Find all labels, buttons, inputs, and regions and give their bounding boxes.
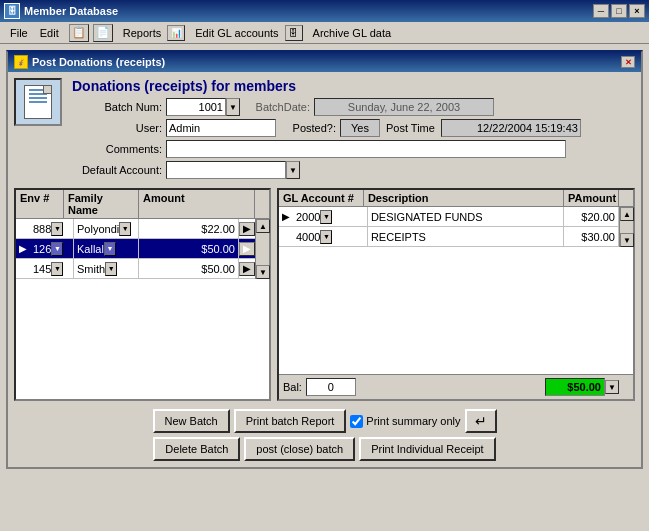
tables-section: Env # Family Name Amount 888 ▼ xyxy=(14,188,635,401)
family-cell-1: Polyondi ▼ xyxy=(74,219,139,238)
dialog-title-text: Post Donations (receipts) xyxy=(32,56,165,68)
left-table-header: Env # Family Name Amount xyxy=(16,190,269,219)
table-row[interactable]: ▶ 2000 ▼ DESIGNATED FUNDS $20.00 xyxy=(279,207,633,227)
batch-num-combo: ▼ xyxy=(166,98,240,116)
nav-btn-2[interactable]: ▶ xyxy=(239,242,255,256)
balance-scroll-btn[interactable]: ▼ xyxy=(605,380,619,394)
right-table-header: GL Account # Description PAmount xyxy=(279,190,633,207)
table-row[interactable]: 145 ▼ Smith ▼ $50.00 ▶ xyxy=(16,259,269,279)
dialog-title-bar: 💰 Post Donations (receipts) ✕ xyxy=(8,52,641,72)
right-table-scrollbar[interactable]: ▲ ▼ xyxy=(619,207,633,247)
print-individual-receipt-button[interactable]: Print Individual Receipt xyxy=(359,437,496,461)
right-table-panel: GL Account # Description PAmount ▶ 2000 … xyxy=(277,188,635,401)
default-account-label: Default Account: xyxy=(72,164,162,176)
right-table-rows: ▶ 2000 ▼ DESIGNATED FUNDS $20.00 xyxy=(279,207,633,247)
table-row[interactable]: 888 ▼ Polyondi ▼ $22.00 ▶ xyxy=(16,219,269,239)
left-table-empty xyxy=(16,279,269,399)
comments-input[interactable] xyxy=(166,140,566,158)
post-close-batch-button[interactable]: post (close) batch xyxy=(244,437,355,461)
close-app-button[interactable]: × xyxy=(629,4,645,18)
toolbar-icons: 📋 📄 xyxy=(69,24,113,42)
table-row[interactable]: ▶ 126 ▼ Kallal ▼ $50.00 xyxy=(16,239,269,259)
env-cell-1: 888 ▼ xyxy=(30,219,74,238)
env-dropdown-1[interactable]: ▼ xyxy=(51,222,63,236)
bottom-buttons: New Batch Print batch Report Print summa… xyxy=(14,409,635,461)
amount-col-header: Amount xyxy=(139,190,255,218)
default-account-row: Default Account: ▼ xyxy=(72,161,635,179)
left-table-panel: Env # Family Name Amount 888 ▼ xyxy=(14,188,271,401)
pamount-col-header: PAmount xyxy=(564,190,619,206)
amount-cell-1: $22.00 xyxy=(139,219,239,238)
env-cell-3: 145 ▼ xyxy=(30,259,74,278)
gl-cell-2: 4000 ▼ xyxy=(293,227,368,246)
edit-gl-icon: 📊 xyxy=(167,25,185,41)
family-dropdown-1[interactable]: ▼ xyxy=(119,222,131,236)
post-time-label: Post Time xyxy=(386,122,435,134)
menu-file[interactable]: File xyxy=(4,25,34,41)
menu-reports[interactable]: Reports xyxy=(117,25,168,41)
table-row[interactable]: 4000 ▼ RECEIPTS $30.00 xyxy=(279,227,633,247)
family-dropdown-2[interactable]: ▼ xyxy=(104,242,116,256)
default-account-combo: ▼ xyxy=(166,161,300,179)
balance-input[interactable] xyxy=(306,378,356,396)
env-dropdown-2[interactable]: ▼ xyxy=(51,242,63,256)
right-scroll-up-btn[interactable]: ▲ xyxy=(620,207,634,221)
amount-cell-3: $50.00 xyxy=(139,259,239,278)
gl-col-header: GL Account # xyxy=(279,190,364,206)
dialog-header-title: Donations (receipts) for members xyxy=(72,78,635,94)
app-title: Member Database xyxy=(24,5,593,17)
right-table-empty xyxy=(279,247,633,374)
menu-bar: File Edit 📋 📄 Reports 📊 Edit GL accounts… xyxy=(0,22,649,44)
left-table-scroll: 888 ▼ Polyondi ▼ $22.00 ▶ xyxy=(16,219,269,279)
minimize-button[interactable]: ─ xyxy=(593,4,609,18)
amount-cell-2: $50.00 xyxy=(139,239,239,258)
gl-cell-1: 2000 ▼ xyxy=(293,207,368,226)
title-bar: 🗄 Member Database ─ □ × xyxy=(0,0,649,22)
balance-label: Bal: xyxy=(283,381,302,393)
nav-btn-3[interactable]: ▶ xyxy=(239,262,255,276)
batch-date-input xyxy=(314,98,494,116)
desc-cell-1: DESIGNATED FUNDS xyxy=(368,207,564,226)
user-label: User: xyxy=(72,122,162,134)
dialog-body: Donations (receipts) for members Batch N… xyxy=(8,72,641,467)
post-time-input xyxy=(441,119,581,137)
user-input[interactable] xyxy=(166,119,276,137)
menu-edit[interactable]: Edit xyxy=(34,25,65,41)
right-scroll-track xyxy=(620,221,633,233)
print-batch-report-button[interactable]: Print batch Report xyxy=(234,409,347,433)
batch-num-input[interactable] xyxy=(166,98,226,116)
dialog-close-button[interactable]: ✕ xyxy=(621,56,635,68)
delete-batch-button[interactable]: Delete Batch xyxy=(153,437,240,461)
pamount-cell-2: $30.00 xyxy=(564,227,619,246)
donations-icon xyxy=(14,78,62,126)
default-account-input[interactable] xyxy=(166,161,286,179)
default-account-dropdown[interactable]: ▼ xyxy=(286,161,300,179)
toolbar-copy-icon[interactable]: 📋 xyxy=(69,24,89,42)
posted-input xyxy=(340,119,380,137)
gl-dropdown-1[interactable]: ▼ xyxy=(320,210,332,224)
env-col-header: Env # xyxy=(16,190,64,218)
gl-row-arrow-1: ▶ xyxy=(279,211,293,222)
menu-archive-gl[interactable]: Archive GL data xyxy=(307,25,397,41)
scroll-down-btn[interactable]: ▼ xyxy=(256,265,270,279)
btn-row-2: Delete Batch post (close) batch Print In… xyxy=(14,437,635,461)
right-scroll-down-btn[interactable]: ▼ xyxy=(620,233,634,247)
print-summary-checkbox[interactable] xyxy=(350,415,363,428)
header-section: Donations (receipts) for members Batch N… xyxy=(14,78,635,182)
new-batch-button[interactable]: New Batch xyxy=(153,409,230,433)
env-dropdown-3[interactable]: ▼ xyxy=(51,262,63,276)
maximize-button[interactable]: □ xyxy=(611,4,627,18)
family-dropdown-3[interactable]: ▼ xyxy=(105,262,117,276)
scroll-track xyxy=(256,233,269,265)
nav-btn-1[interactable]: ▶ xyxy=(239,222,255,236)
balance-row: Bal: $50.00 ▼ xyxy=(279,374,633,399)
return-button[interactable]: ↵ xyxy=(465,409,497,433)
menu-edit-gl[interactable]: Edit GL accounts xyxy=(189,25,284,41)
toolbar-paste-icon[interactable]: 📄 xyxy=(93,24,113,42)
desc-col-header: Description xyxy=(364,190,564,206)
batch-row: Batch Num: ▼ BatchDate: xyxy=(72,98,635,116)
scroll-up-btn[interactable]: ▲ xyxy=(256,219,270,233)
batch-num-dropdown[interactable]: ▼ xyxy=(226,98,240,116)
left-table-scrollbar[interactable]: ▲ ▼ xyxy=(255,219,269,279)
gl-dropdown-2[interactable]: ▼ xyxy=(320,230,332,244)
